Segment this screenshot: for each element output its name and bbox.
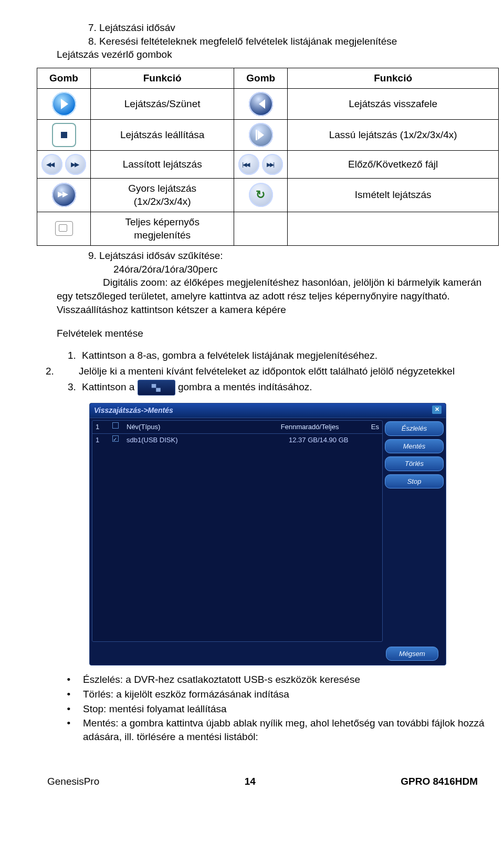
intro-line-sub: Lejátszás vezérlő gombok	[57, 48, 488, 61]
cell-fast: Gyors lejátszás (1x/2x/3x/4x)	[91, 178, 234, 212]
delete-button[interactable]: Törlés	[385, 456, 444, 471]
th-gomb-2: Gomb	[234, 68, 288, 88]
step-3a: Kattintson a	[82, 381, 134, 392]
play-icon	[52, 92, 76, 116]
th-gomb-1: Gomb	[37, 68, 91, 88]
close-icon[interactable]: ✕	[432, 405, 442, 414]
frame-back-icon	[41, 154, 62, 175]
save-dialog-screenshot: Visszajátszás->Mentés ✕ 1 Név(Típus) Fen…	[89, 403, 446, 666]
row-idx: 1	[96, 435, 106, 445]
step-3: Kattintson a gombra a mentés indításához…	[79, 380, 488, 396]
col-idx: 1	[96, 422, 106, 432]
save-device-icon	[138, 380, 175, 396]
intro-line-7: 7. Lejátszási idősáv	[88, 21, 488, 35]
step-2: Jelölje ki a menteni kívánt felvételeket…	[57, 365, 488, 378]
frame-fwd-icon	[65, 154, 86, 175]
row-name: sdb1(USB DISK)	[127, 435, 282, 445]
fullscreen-icon	[55, 221, 73, 236]
stop-icon	[52, 123, 76, 147]
item-9-indent: 24óra/2óra/1óra/30perc	[113, 263, 488, 276]
digital-zoom-text: Digitális zoom: az élőképes megjelenítés…	[57, 277, 481, 315]
cell-stop: Lejátszás leállítása	[91, 119, 234, 150]
intro-line-8: 8. Keresési feltételeknek megfelelő felv…	[88, 35, 488, 48]
stop-button[interactable]: Stop	[385, 474, 444, 489]
controls-table: Gomb Funkció Gomb Funkció Lejátszás/Szün…	[37, 68, 499, 246]
item-9-line: 9. Lejátszási idősáv szűkítése:	[88, 249, 488, 263]
cell-prevnext: Előző/Következő fájl	[288, 150, 499, 178]
bullet-save: Mentés: a gombra kattintva újabb ablak n…	[79, 716, 488, 743]
footer-right: GPRO 8416HDM	[401, 775, 478, 788]
cell-frame: Lassított lejátszás	[91, 150, 234, 178]
th-funkcio-2: Funkció	[288, 68, 499, 88]
page-footer: GenesisPro 14 GPRO 8416HDM	[16, 775, 488, 788]
dialog-titlebar: Visszajátszás->Mentés ✕	[90, 403, 446, 418]
cell-full: Teljes képernyős megjelenítés	[91, 212, 234, 245]
list-header-row: 1 Név(Típus) Fennmaradó/Teljes Es	[92, 421, 382, 434]
next-file-icon	[262, 154, 283, 175]
step-3b: gombra a mentés indításához.	[178, 381, 312, 392]
empty-cell-icon	[234, 212, 288, 245]
section-heading: Felvételek mentése	[57, 327, 488, 340]
save-button[interactable]: Mentés	[385, 439, 444, 454]
steps-list: Kattintson a 8-as, gombra a felvételek l…	[79, 349, 488, 396]
empty-cell-func	[288, 212, 499, 245]
slow-play-icon	[249, 123, 273, 147]
col-remain: Fennmaradó/Teljes	[281, 422, 365, 432]
fast-forward-icon	[52, 183, 76, 207]
detect-button[interactable]: Észlelés	[385, 421, 444, 436]
bullet-delete: Törlés: a kijelölt eszköz formázásának i…	[79, 688, 488, 701]
col-es: Es	[371, 422, 379, 432]
cell-slow: Lassú lejátszás (1x/2x/3x/4x)	[288, 119, 499, 150]
item-9-block: 9. Lejátszási idősáv szűkítése: 24óra/2ó…	[57, 249, 488, 276]
list-row[interactable]: 1 sdb1(USB DISK) 12.37 GB/14.90 GB	[92, 434, 382, 446]
header-checkbox[interactable]	[112, 422, 119, 429]
repeat-icon	[249, 183, 273, 207]
device-list: 1 Név(Típus) Fennmaradó/Teljes Es 1 sdb1…	[92, 420, 383, 642]
row-remain: 12.37 GB/14.90 GB	[289, 435, 373, 445]
page-number: 14	[245, 775, 256, 788]
bullet-list: Észlelés: a DVR-hez csatlakoztatott USB-…	[79, 673, 488, 743]
footer-left: GenesisPro	[47, 775, 99, 788]
row-checkbox[interactable]	[112, 435, 119, 442]
step-1: Kattintson a 8-as, gombra a felvételek l…	[79, 349, 488, 362]
cell-reverse: Lejátszás visszafele	[288, 88, 499, 119]
dialog-button-panel: Észlelés Mentés Törlés Stop	[385, 420, 444, 642]
cell-repeat: Ismételt lejátszás	[288, 178, 499, 212]
col-name: Név(Típus)	[127, 422, 275, 432]
dialog-title-text: Visszajátszás->Mentés	[94, 405, 173, 415]
prev-file-icon	[238, 154, 259, 175]
reverse-play-icon	[249, 92, 273, 116]
th-funkcio-1: Funkció	[91, 68, 234, 88]
cancel-button[interactable]: Mégsem	[386, 647, 438, 661]
intro-block: 7. Lejátszási idősáv 8. Keresési feltéte…	[57, 21, 488, 61]
bullet-detect: Észlelés: a DVR-hez csatlakoztatott USB-…	[79, 673, 488, 687]
bullet-stop: Stop: mentési folyamat leállítása	[79, 702, 488, 716]
cell-play: Lejátszás/Szünet	[91, 88, 234, 119]
digital-zoom-para: Digitális zoom: az élőképes megjelenítés…	[57, 276, 488, 316]
